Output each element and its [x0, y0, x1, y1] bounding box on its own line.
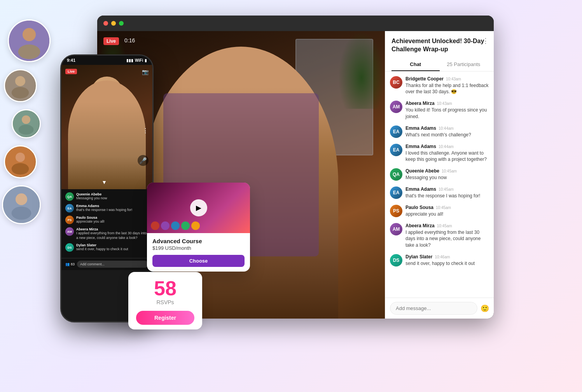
- phone-message-text: send it over, happy to check it out: [76, 247, 128, 252]
- chat-more-button[interactable]: ⋮: [482, 37, 489, 45]
- message-header: Queenie Abebe 10:45am: [405, 168, 457, 174]
- phone-message-avatar: AM: [65, 227, 74, 236]
- phone-message-content: Dylan Slater send it over, happy to chec…: [76, 243, 128, 252]
- message-name: Queenie Abebe: [405, 168, 439, 174]
- chat-input[interactable]: [390, 302, 477, 315]
- rsvp-register-button[interactable]: Register: [136, 311, 194, 325]
- phone-message-name: Dylan Slater: [76, 243, 128, 247]
- chat-header: Achievement Unlocked! 30-Day Challenge W…: [385, 31, 494, 71]
- chat-message: EA Emma Adams 10:44am What's next month'…: [390, 125, 489, 138]
- chat-input-area: 🙂: [385, 298, 494, 319]
- course-choose-button[interactable]: Choose: [152, 255, 245, 267]
- phone-dropdown-arrow[interactable]: ▼: [101, 179, 107, 185]
- message-text: that's the response I was hoping for!: [405, 193, 480, 199]
- phone-camera-icon[interactable]: 📷: [142, 69, 149, 75]
- browser-minimize-dot[interactable]: [111, 21, 116, 26]
- avatar-float-2: [4, 69, 37, 102]
- message-avatar: EA: [390, 144, 402, 156]
- phone-chat-area: QA Queenie Abebe Messaging you now EA Em…: [61, 189, 152, 258]
- message-time: 10:43am: [446, 77, 461, 81]
- phone-message-name: Emma Adams: [76, 204, 132, 208]
- message-time: 10:43am: [437, 101, 452, 106]
- plant-right: [338, 31, 385, 109]
- message-text: I loved this challenge. Anyone want to k…: [405, 150, 489, 163]
- phone-message-content: Paulo Sousa appreciate you all!: [76, 216, 105, 224]
- phone-message-name: Queenie Abebe: [76, 192, 107, 196]
- message-avatar: EA: [390, 186, 402, 199]
- message-name: Dylan Slater: [405, 254, 432, 260]
- course-card: ▶ Advanced Course $199 USD/month Choose: [147, 183, 250, 272]
- chat-title: Achievement Unlocked! 30-Day Challenge W…: [391, 37, 488, 54]
- browser-titlebar: [97, 16, 494, 31]
- message-header: Emma Adams 10:44am: [405, 125, 471, 131]
- message-content: Emma Adams 10:44am What's next month's c…: [405, 125, 471, 138]
- tab-chat[interactable]: Chat: [391, 58, 440, 71]
- phone-mic-icon[interactable]: 🎤: [138, 155, 149, 166]
- rsvp-card: 58 RSVPs Register: [128, 272, 202, 329]
- message-text: Thanks for all the help and 1:1 feedback…: [405, 82, 489, 96]
- avatar-float-3: [12, 109, 41, 138]
- avatar-float-5: [2, 185, 41, 224]
- phone-comment-input[interactable]: Add comment...: [77, 261, 149, 268]
- course-play-button[interactable]: ▶: [190, 199, 207, 216]
- course-swatches: [151, 221, 200, 230]
- svg-point-11: [12, 163, 29, 175]
- message-text: appreciate you all!: [405, 211, 451, 218]
- phone-video-area: Live 📷 🎤 ⋮ ▼: [61, 65, 152, 189]
- message-content: Dylan Slater 10:46am send it over, happy…: [405, 254, 475, 267]
- swatch-5[interactable]: [191, 221, 200, 230]
- phone-chat-message: QA Queenie Abebe Messaging you now: [65, 192, 149, 201]
- rsvp-label: RSVPs: [136, 299, 194, 305]
- tab-participants[interactable]: 25 Participants: [440, 58, 488, 71]
- message-header: Emma Adams 10:45am: [405, 186, 480, 192]
- message-header: Emma Adams 10:44am: [405, 144, 489, 149]
- swatch-1[interactable]: [151, 221, 159, 230]
- chat-message: QA Queenie Abebe 10:45am Messaging you n…: [390, 168, 489, 181]
- emoji-button[interactable]: 🙂: [481, 304, 489, 313]
- swatch-2[interactable]: [161, 221, 170, 230]
- message-avatar: PS: [390, 205, 402, 217]
- message-name: Emma Adams: [405, 186, 436, 192]
- phone-chat-message: PS Paulo Sousa appreciate you all!: [65, 216, 149, 224]
- phone-message-content: Emma Adams that's the response I was hop…: [76, 204, 132, 213]
- floating-avatars: [0, 19, 62, 231]
- message-avatar: BC: [390, 76, 402, 89]
- swatch-3[interactable]: [171, 221, 180, 230]
- course-title: Advanced Course: [152, 238, 245, 244]
- svg-point-2: [18, 44, 40, 59]
- message-content: Bridgette Cooper 10:43am Thanks for all …: [405, 76, 489, 96]
- svg-point-1: [23, 28, 36, 41]
- message-content: Paulo Sousa 10:45am appreciate you all!: [405, 205, 451, 218]
- message-time: 10:45am: [436, 206, 451, 210]
- phone-message-content: Queenie Abebe Messaging you now: [76, 192, 107, 201]
- svg-point-10: [16, 153, 25, 162]
- wifi-icon: WiFi: [135, 58, 143, 63]
- phone-status-bar: 9:41 ▮▮▮ WiFi ▮: [61, 56, 152, 65]
- phone-bottom-bar: 👥 83 Add comment...: [61, 258, 152, 270]
- chat-message: PS Paulo Sousa 10:45am appreciate you al…: [390, 205, 489, 218]
- phone-chat-message: EA Emma Adams that's the response I was …: [65, 204, 149, 213]
- message-avatar: DS: [390, 254, 402, 267]
- message-time: 10:46am: [435, 255, 450, 259]
- message-header: Bridgette Cooper 10:43am: [405, 76, 489, 82]
- svg-point-5: [12, 87, 29, 99]
- course-info: Advanced Course $199 USD/month Choose: [147, 233, 250, 272]
- phone-more-button[interactable]: ⋮: [142, 127, 149, 134]
- browser-maximize-dot[interactable]: [119, 21, 124, 26]
- browser-close-dot[interactable]: [103, 21, 108, 26]
- swatch-4[interactable]: [181, 221, 190, 230]
- video-timer: 0:16: [124, 37, 135, 44]
- phone-message-name: Paulo Sousa: [76, 216, 105, 220]
- svg-point-8: [19, 125, 34, 135]
- message-header: Abeera Mirza 10:45am: [405, 223, 489, 228]
- message-header: Dylan Slater 10:46am: [405, 254, 475, 260]
- phone-time: 9:41: [67, 58, 75, 63]
- phone-message-name: Abeera Mirza: [76, 227, 149, 231]
- phone-message-avatar: EA: [65, 204, 74, 213]
- message-time: 10:45am: [439, 187, 454, 192]
- live-badge: Live: [103, 37, 119, 45]
- phone-message-text: Messaging you now: [76, 196, 107, 201]
- phone-message-text: appreciate you all!: [76, 220, 105, 224]
- phone-message-avatar: QA: [65, 192, 74, 201]
- svg-point-13: [16, 193, 27, 205]
